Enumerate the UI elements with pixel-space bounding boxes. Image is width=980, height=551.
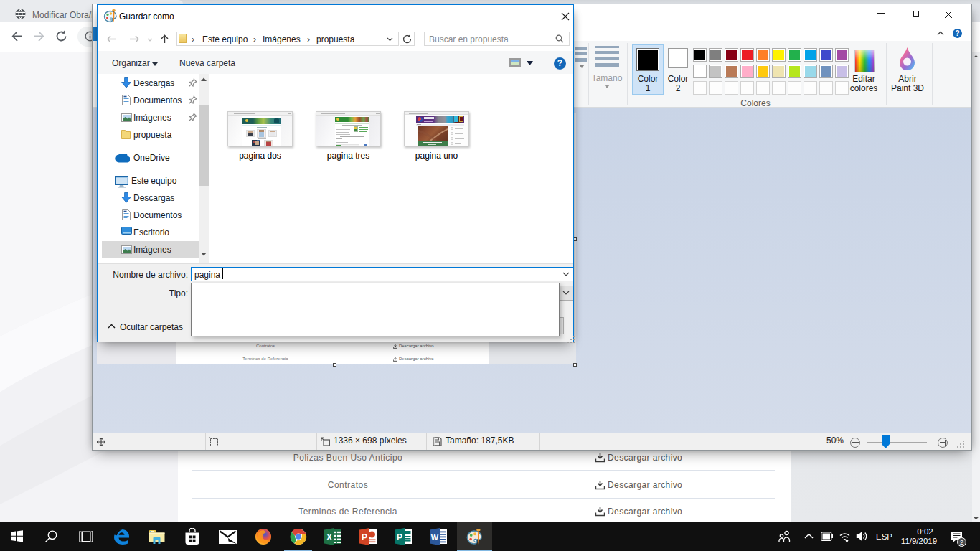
svg-text:P: P [397, 532, 402, 542]
svg-text:W: W [431, 533, 439, 542]
svg-text:P: P [362, 532, 367, 542]
svg-text:X: X [326, 532, 332, 542]
